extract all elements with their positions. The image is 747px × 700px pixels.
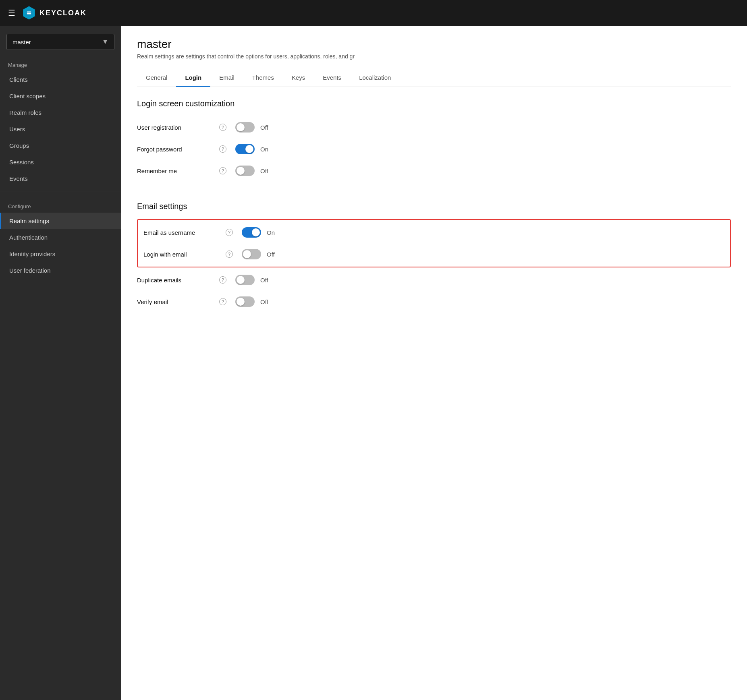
sidebar-item-user-federation[interactable]: User federation [0,262,121,279]
email-as-username-label: Email as username [143,229,224,236]
sidebar-item-realm-settings[interactable]: Realm settings [0,213,121,229]
manage-section-label: Manage [0,54,121,71]
email-as-username-knob [252,228,260,236]
forgot-password-knob [245,145,253,153]
forgot-password-help-icon[interactable]: ? [219,145,226,153]
login-with-email-toggle[interactable] [242,249,261,259]
tab-events[interactable]: Events [314,69,350,87]
login-customization-title: Login screen customization [137,99,731,108]
email-settings-title: Email settings [137,202,731,211]
verify-email-knob [237,298,245,306]
hamburger-icon[interactable]: ☰ [8,8,15,18]
email-as-username-toggle[interactable] [242,227,261,238]
email-as-username-status: On [267,229,275,236]
page-title: master [137,38,731,51]
realm-selector[interactable]: master ▼ [6,34,114,50]
realm-selector-arrow-icon: ▼ [102,38,108,46]
duplicate-emails-row: Duplicate emails ? Off [137,269,731,291]
login-with-email-help-icon[interactable]: ? [226,251,233,258]
login-with-email-row: Login with email ? Off [143,243,724,265]
sidebar: master ▼ Manage Clients Client scopes Re… [0,26,121,700]
forgot-password-label: Forgot password [137,146,218,153]
configure-section-label: Configure [0,195,121,213]
page-subtitle: Realm settings are settings that control… [137,53,731,60]
content-area: master Realm settings are settings that … [121,26,747,700]
email-highlighted-box: Email as username ? On Login with email … [137,219,731,267]
duplicate-emails-knob [237,276,245,284]
forgot-password-row: Forgot password ? On [137,138,731,160]
tabs: General Login Email Themes Keys Events L… [137,69,731,87]
tab-email[interactable]: Email [210,69,243,87]
tab-localization[interactable]: Localization [350,69,400,87]
email-as-username-help-icon[interactable]: ? [226,229,233,236]
sidebar-item-groups[interactable]: Groups [0,137,121,154]
verify-email-label: Verify email [137,298,218,305]
tab-themes[interactable]: Themes [243,69,283,87]
login-with-email-label: Login with email [143,251,224,258]
verify-email-row: Verify email ? Off [137,291,731,313]
forgot-password-toggle[interactable] [235,144,255,154]
remember-me-status: Off [260,168,268,174]
remember-me-knob [237,167,245,175]
email-as-username-row: Email as username ? On [143,222,724,243]
logo-area: KEYCLOAK [22,6,87,20]
user-registration-row: User registration ? Off [137,116,731,138]
sidebar-item-clients[interactable]: Clients [0,71,121,88]
tab-login[interactable]: Login [176,69,210,87]
login-with-email-knob [243,250,251,258]
navbar: ☰ KEYCLOAK [0,0,747,26]
duplicate-emails-toggle[interactable] [235,275,255,285]
duplicate-emails-label: Duplicate emails [137,277,218,284]
main-layout: master ▼ Manage Clients Client scopes Re… [0,26,747,700]
sidebar-divider [0,191,121,191]
user-registration-toggle[interactable] [235,122,255,133]
sidebar-item-client-scopes[interactable]: Client scopes [0,88,121,104]
sidebar-item-sessions[interactable]: Sessions [0,154,121,170]
user-registration-status: Off [260,124,268,131]
user-registration-knob [237,123,245,131]
verify-email-status: Off [260,298,268,305]
remember-me-help-icon[interactable]: ? [219,167,226,174]
remember-me-toggle[interactable] [235,166,255,176]
user-registration-label: User registration [137,124,218,131]
keycloak-logo-icon [22,6,36,20]
svg-rect-5 [27,13,31,14]
realm-name: master [12,39,31,46]
sidebar-item-users[interactable]: Users [0,121,121,137]
remember-me-label: Remember me [137,168,218,174]
verify-email-help-icon[interactable]: ? [219,298,226,305]
verify-email-toggle[interactable] [235,296,255,307]
tab-keys[interactable]: Keys [283,69,314,87]
remember-me-row: Remember me ? Off [137,160,731,182]
duplicate-emails-status: Off [260,277,268,284]
sidebar-item-authentication[interactable]: Authentication [0,229,121,246]
sidebar-item-realm-roles[interactable]: Realm roles [0,104,121,121]
sidebar-item-identity-providers[interactable]: Identity providers [0,246,121,262]
keycloak-logo-text: KEYCLOAK [39,9,87,17]
duplicate-emails-help-icon[interactable]: ? [219,276,226,284]
sidebar-item-events[interactable]: Events [0,170,121,187]
forgot-password-status: On [260,146,268,153]
tab-general[interactable]: General [137,69,176,87]
user-registration-help-icon[interactable]: ? [219,124,226,131]
svg-rect-4 [27,11,31,12]
login-with-email-status: Off [267,251,275,258]
